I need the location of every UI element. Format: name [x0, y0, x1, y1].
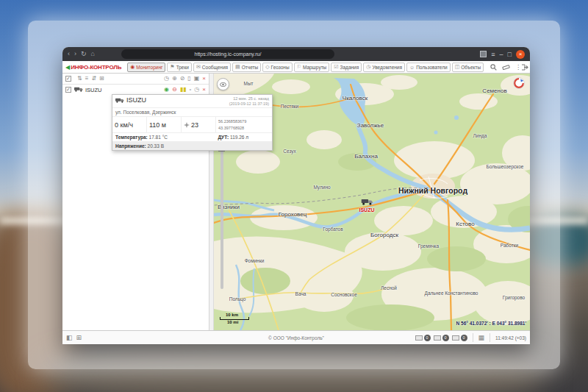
tab-label: Сообщения [202, 65, 228, 70]
search-icon[interactable] [490, 64, 497, 71]
tab-label: Задания [340, 65, 359, 70]
statusbar-left-icons: ◧ ⊞ [66, 334, 82, 341]
status-bar: ◧ ⊞ © ООО "Инфо-Контроль" 0 0 0 ▦ 11:49:… [62, 330, 530, 344]
sort-alt-icon[interactable]: ⇵ [91, 75, 96, 82]
popup-stats: 0 км/ч 110 м 23 56.2368583679 43.3977689… [112, 117, 272, 132]
follow-icon[interactable]: ◉ [164, 86, 169, 93]
close-button[interactable]: × [516, 50, 525, 59]
sensor-value: 20.33 В [148, 143, 164, 149]
marker-label: ISUZU [359, 207, 375, 213]
map-follow-button[interactable] [217, 78, 229, 90]
ruler-icon[interactable] [502, 64, 510, 71]
voltage-sensor: Напряжение: 20.33 В [115, 143, 164, 149]
logo-text: ИНФО-КОНТРОЛЬ [71, 64, 121, 71]
maximize-button[interactable]: □ [508, 51, 512, 58]
tab-tracks[interactable]: ⚑Треки [167, 63, 192, 72]
sensor-value: 17.81 °C [149, 135, 168, 140]
tab-label: Отчеты [242, 65, 258, 70]
tab-objects[interactable]: ◫Объекты [452, 63, 484, 72]
statusbar-separator [473, 333, 473, 342]
tab-users[interactable]: ☺Пользователи [406, 63, 451, 72]
popup-coordinates: 56.2368583679 43.397768928 [216, 117, 272, 132]
clock-icon[interactable]: ◷ [164, 75, 169, 82]
latitude-value: 56.2368583679 [218, 118, 270, 124]
extension-icon[interactable] [480, 51, 487, 57]
altitude-text: 110 м [149, 121, 166, 129]
tab-notifications[interactable]: ◷Уведомления [363, 63, 405, 72]
popup-last-update: 12 мин. 25 с. назад (2019-09-12 11:37:19… [229, 96, 269, 107]
tasks-icon: ☑ [334, 64, 338, 70]
tab-label: Пользователи [416, 65, 447, 70]
monitor-counter-3[interactable]: 0 [452, 335, 467, 341]
close-icon[interactable]: × [202, 75, 206, 82]
vehicle-checkbox[interactable]: ✓ [65, 87, 71, 93]
notifications-icon: ◷ [366, 64, 370, 70]
card-icon[interactable]: ▯ [187, 75, 190, 82]
select-all-checkbox[interactable]: ✓ [65, 76, 71, 82]
panel-left-icons: ⇅≡⇵⊞ [74, 75, 104, 82]
history-icon[interactable]: ◷ [194, 86, 199, 93]
logout-icon[interactable] [521, 64, 528, 71]
home-icon[interactable]: ⌂ [91, 47, 95, 61]
satellites-value: 23 [182, 117, 216, 132]
truck-icon [74, 87, 83, 93]
forward-icon[interactable]: › [74, 47, 76, 61]
popup-header: ISUZU 12 мин. 25 с. назад (2019-09-12 11… [112, 95, 272, 107]
more-icon[interactable]: ⋮ [515, 64, 521, 71]
refresh-icon[interactable]: ↻ [81, 47, 87, 61]
monitor-counter-2[interactable]: 0 [434, 335, 449, 341]
longitude-value: 43.397768928 [218, 125, 270, 131]
address-bar[interactable]: https://hosting.ic-company.ru/ [121, 49, 334, 59]
satellite-icon [184, 122, 190, 128]
tab-routes[interactable]: ⚐Маршруты [294, 63, 330, 72]
panel-toolbar: ✓ ⇅≡⇵⊞ ◷⊕⊘▯▣× [62, 74, 209, 85]
counter-badge: 0 [461, 335, 467, 341]
vehicle-status-icons: ◉⊖▮▮•◷× [161, 86, 206, 93]
panel-right-icons: ◷⊕⊘▯▣× [161, 75, 206, 82]
list-icon[interactable]: ≡ [85, 75, 89, 82]
geofences-icon: ◇ [265, 64, 269, 70]
satellites-text: 23 [191, 121, 198, 129]
fuel-icon[interactable]: ▮▮ [180, 86, 187, 93]
browser-titlebar: ‹ › ↻ ⌂ https://hosting.ic-company.ru/ ≡… [62, 47, 530, 61]
tab-label: Мониторинг [136, 65, 162, 70]
tracks-icon: ⚑ [170, 64, 174, 70]
map-compass-icon[interactable] [513, 77, 525, 92]
objects-icon: ◫ [455, 64, 460, 70]
group-icon[interactable]: ⊞ [99, 75, 104, 82]
grid-view-icon[interactable]: ⊞ [76, 334, 82, 341]
counter-badge: 0 [424, 335, 431, 341]
monitor-icon [452, 335, 459, 341]
sort-icon[interactable]: ⇅ [77, 75, 82, 82]
blocked-icon[interactable]: ⊖ [172, 86, 177, 93]
remove-icon[interactable]: × [202, 86, 206, 93]
link-icon[interactable]: ⊘ [180, 75, 185, 82]
counter-badge: 0 [442, 335, 449, 341]
layout-icon[interactable]: ▦ [478, 334, 485, 341]
menu-icon[interactable]: ≡ [491, 51, 495, 58]
vehicle-info-popup: ISUZU 12 мин. 25 с. назад (2019-09-12 11… [112, 94, 273, 151]
tab-label: Объекты [461, 65, 481, 70]
minimize-button[interactable]: – [500, 51, 503, 58]
fuel-sensor: ДУТ: 119.26 л [218, 135, 248, 140]
tab-messages[interactable]: ✉Сообщения [193, 63, 231, 72]
vehicle-list-item[interactable]: ✓ ISUZU ◉⊖▮▮•◷× [62, 85, 209, 95]
panel-toggle-icon[interactable]: ◧ [66, 334, 73, 341]
target-icon[interactable]: ⊕ [172, 75, 177, 82]
tab-reports[interactable]: ▤Отчеты [232, 63, 261, 72]
tab-label: Треки [176, 65, 189, 70]
dot-icon[interactable]: • [190, 86, 192, 93]
temperature-sensor: Температура: 17.81 °C [115, 135, 168, 140]
routes-icon: ⚐ [297, 64, 301, 70]
map-marker[interactable]: ISUZU [359, 195, 375, 213]
tab-geofences[interactable]: ◇Геозоны [262, 63, 292, 72]
tab-tasks[interactable]: ☑Задания [331, 63, 362, 72]
main-content: ✓ ⇅≡⇵⊞ ◷⊕⊘▯▣× ✓ ISUZU ◉⊖▮▮•◷× [62, 74, 530, 330]
tab-monitoring[interactable]: ◉Мониторинг [127, 63, 165, 72]
altitude-value: 110 м [147, 117, 182, 132]
copy-icon[interactable]: ▣ [194, 75, 200, 82]
monitor-counter-1[interactable]: 0 [415, 335, 431, 341]
tab-label: Маршруты [303, 65, 326, 70]
back-icon[interactable]: ‹ [68, 47, 70, 61]
app-logo[interactable]: ◀ ИНФО-КОНТРОЛЬ [65, 64, 121, 71]
